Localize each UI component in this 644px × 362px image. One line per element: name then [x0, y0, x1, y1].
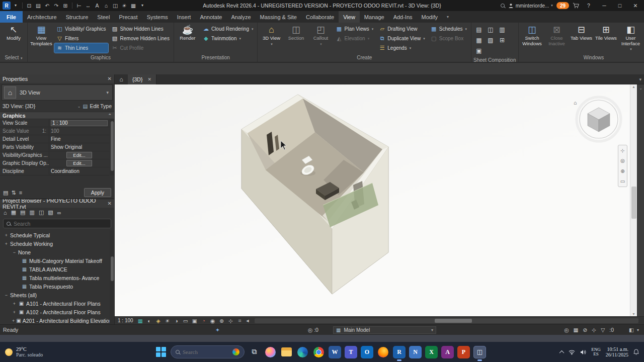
select-links-icon[interactable]: ◎: [564, 327, 569, 333]
taskbar-search[interactable]: [171, 345, 245, 358]
browser-links-icon[interactable]: ∞: [57, 210, 61, 216]
tab-file[interactable]: File: [0, 11, 23, 23]
show-hidden-lines-button[interactable]: ▨Show Hidden Lines: [110, 24, 172, 34]
tab-collaborate[interactable]: Collaborate: [301, 11, 339, 23]
tree-item-schedule-typical[interactable]: +Schedule Typical: [0, 231, 114, 239]
gutter-chevron-icon[interactable]: ⌄: [639, 86, 642, 90]
excel-button[interactable]: X: [425, 346, 438, 358]
edge-button[interactable]: [296, 346, 309, 358]
tree-item-a201[interactable]: +▣A201 - Architectural Building Elevatio…: [0, 316, 114, 324]
teams-button[interactable]: T: [345, 346, 357, 358]
tab-precast[interactable]: Precast: [114, 11, 142, 23]
callout-button[interactable]: ◰ Callout ▾: [309, 24, 332, 53]
view-scale-button[interactable]: 1 : 100: [118, 318, 133, 323]
view-reference-icon[interactable]: ⊞: [497, 35, 508, 45]
schedules-button[interactable]: ▦Schedules▾: [429, 24, 469, 34]
revit-logo-icon[interactable]: R: [3, 2, 11, 10]
wifi-icon[interactable]: [569, 349, 575, 355]
duplicate-view-button[interactable]: ⧉Duplicate View▾: [377, 34, 427, 43]
detail-level-value[interactable]: Fine: [49, 135, 109, 143]
browser-search-box[interactable]: [3, 219, 111, 228]
section-collapse-icon[interactable]: ⌃: [108, 113, 112, 118]
active-app-button[interactable]: ◫: [473, 346, 486, 358]
maximize-button[interactable]: □: [614, 3, 626, 9]
schedule-icon[interactable]: ▦: [129, 0, 137, 11]
detail-level-icon[interactable]: ▦: [137, 318, 144, 324]
new-sheet-icon[interactable]: ▤: [473, 25, 485, 35]
account-menu[interactable]: mminteriorde... ▾: [508, 3, 553, 9]
tab-massing-site[interactable]: Massing & Site: [256, 11, 301, 23]
tree-item-tabla-avance[interactable]: ▦TABLA AVANCE: [0, 265, 114, 274]
scroll-left-icon[interactable]: ◄: [246, 318, 250, 323]
sort-ascending-icon[interactable]: ⇅: [11, 190, 16, 196]
render-button[interactable]: ☕ Render: [176, 24, 199, 53]
expander-icon[interactable]: +: [12, 318, 15, 323]
background-processes-icon[interactable]: ◧: [629, 327, 634, 333]
ribbon-options-chevron-icon[interactable]: ▾: [442, 11, 453, 23]
instance-chevron-icon[interactable]: ⌄: [77, 104, 81, 109]
workset-status[interactable]: ◎:0: [308, 327, 318, 333]
browser-families-icon[interactable]: ◫: [39, 209, 44, 216]
panel-graphics-label[interactable]: Graphics: [28, 54, 174, 62]
open-icon[interactable]: ▤: [34, 0, 42, 11]
browser-schedules-icon[interactable]: ▥: [29, 209, 34, 216]
redo-icon[interactable]: ↷: [52, 0, 60, 11]
chrome-button[interactable]: [312, 346, 325, 358]
expander-icon[interactable]: +: [4, 233, 9, 238]
visual-style-icon[interactable]: ◐: [146, 318, 153, 324]
home-icon[interactable]: ⌂: [115, 76, 128, 83]
word-button[interactable]: W: [329, 346, 341, 358]
default-3d-view-icon[interactable]: ⌂: [102, 0, 110, 11]
firefox-button[interactable]: [377, 346, 389, 358]
weather-widget[interactable]: 29°CParc. soleado: [0, 346, 48, 358]
user-interface-button[interactable]: ◧ User Interface ▾: [619, 24, 642, 53]
pan-icon[interactable]: ◎: [620, 158, 625, 163]
customize-qat-chevron-icon[interactable]: ▾: [138, 0, 146, 11]
parts-visibility-value[interactable]: Show Original: [49, 143, 109, 151]
select-underlay-icon[interactable]: ▦: [574, 327, 579, 333]
browser-search-input[interactable]: [14, 221, 108, 227]
revisions-icon[interactable]: ▥: [497, 25, 508, 35]
viewport-icon[interactable]: ▣: [473, 46, 485, 56]
section-graphics-header[interactable]: Graphics ⌃: [0, 112, 114, 119]
crop-view-icon[interactable]: ▭: [182, 318, 189, 324]
worksharing-display-icon[interactable]: ⊕: [218, 318, 225, 324]
trial-days-badge[interactable]: 29: [556, 2, 569, 9]
select-pinned-icon[interactable]: ⊘: [583, 327, 588, 333]
filters-button[interactable]: ▽Filters: [54, 34, 108, 43]
copilot-button[interactable]: [264, 346, 277, 358]
view-cube[interactable]: ⌂: [574, 97, 621, 141]
rewind-icon[interactable]: ▭: [620, 178, 625, 184]
tree-item-schedule-working[interactable]: +Schedule Working: [0, 239, 114, 248]
switch-windows-button[interactable]: ◫ Switch Windows: [521, 24, 544, 53]
view-templates-button[interactable]: ▦ View Templates: [30, 24, 53, 53]
undo-icon[interactable]: ↶: [43, 0, 51, 11]
tab-architecture[interactable]: Architecture: [23, 11, 61, 23]
view-tab-list-chevron-icon[interactable]: ▾: [639, 77, 641, 82]
matchline-icon[interactable]: ▧: [485, 35, 496, 45]
expander-icon[interactable]: −: [4, 293, 9, 298]
render-preview-icon[interactable]: ◑: [173, 318, 180, 324]
tab-modify[interactable]: Modify: [417, 11, 442, 23]
drafting-view-button[interactable]: ▱Drafting View: [377, 24, 427, 34]
tab-annotate[interactable]: Annotate: [195, 11, 226, 23]
discipline-value[interactable]: Coordination: [49, 167, 109, 175]
hidden-icons-chevron-icon[interactable]: [559, 350, 565, 355]
minimize-button[interactable]: ─: [598, 3, 610, 9]
panel-presentation-label[interactable]: Presentation: [174, 54, 258, 62]
status-chevron-icon[interactable]: ▾: [637, 328, 639, 332]
shadows-icon[interactable]: ☀: [164, 318, 171, 324]
help-button[interactable]: ?: [583, 3, 595, 9]
design-option-selector[interactable]: ▦ Main Model ▾: [333, 326, 436, 334]
project-browser-header[interactable]: Project Browser - PROYECTO ODOO REVIT.rv…: [0, 199, 114, 208]
expander-icon[interactable]: +: [4, 241, 9, 246]
tree-item-sheets-all[interactable]: −Sheets (all): [0, 291, 114, 299]
apply-button[interactable]: Apply: [84, 188, 111, 197]
steering-wheel-icon[interactable]: ⊹: [620, 148, 624, 153]
temporary-hide-isolate-icon[interactable]: ◔: [200, 318, 207, 324]
tab-views-button[interactable]: ⊟ Tab Views: [570, 24, 593, 53]
task-view-button[interactable]: ⧉: [248, 346, 261, 358]
expander-icon[interactable]: +: [12, 301, 17, 306]
save-icon[interactable]: ⊡: [25, 0, 33, 11]
type-selector-chevron-icon[interactable]: ▾: [106, 90, 110, 95]
